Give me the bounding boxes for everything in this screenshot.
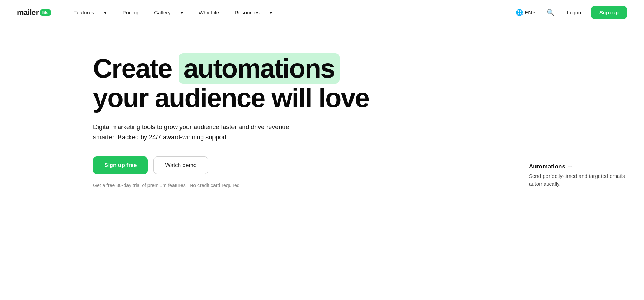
main-nav: mailer lite Features ▾ Pricing Gallery ▾ [0,0,644,25]
hero-subtext: Digital marketing tools to grow your aud… [93,122,297,142]
automations-card-title[interactable]: Automations → [529,163,627,170]
nav-label-gallery[interactable]: Gallery ▾ [145,4,192,21]
search-icon: 🔍 [547,9,554,16]
hero-section: Create automations your audience will lo… [0,25,644,209]
hero-buttons: Sign up free Watch demo [93,156,208,174]
logo-text: mailer [17,8,39,17]
language-selector[interactable]: 🌐 EN ▾ [512,6,539,19]
nav-item-gallery[interactable]: Gallery ▾ [145,4,192,21]
headline-highlight: automations [179,53,340,84]
login-button[interactable]: Log in [563,7,585,18]
signup-button[interactable]: Sign up [591,6,627,19]
hero-headline: Create automations your audience will lo… [93,53,369,112]
logo[interactable]: mailer lite [17,8,51,17]
nav-item-resources[interactable]: Resources ▾ [226,4,281,21]
chevron-icon-gallery: ▾ [176,7,188,19]
chevron-icon-features: ▾ [100,7,111,19]
headline-after: your audience will love [93,83,369,113]
nav-right: 🌐 EN ▾ 🔍 Log in Sign up [512,6,627,19]
nav-left: mailer lite Features ▾ Pricing Gallery ▾ [17,4,281,21]
headline-before: Create [93,53,172,83]
chevron-icon-resources: ▾ [265,7,277,19]
nav-label-whylite[interactable]: Why Lite [195,7,223,18]
globe-icon: 🌐 [515,9,523,16]
automations-card-description: Send perfectly-timed and targeted emails… [529,172,627,188]
watch-demo-button[interactable]: Watch demo [153,156,208,174]
lang-label: EN [525,9,532,15]
nav-links: Features ▾ Pricing Gallery ▾ Why Lite Re… [65,4,281,21]
automations-card: Automations → Send perfectly-timed and t… [529,163,627,188]
hero-note: Get a free 30-day trial of premium featu… [93,182,240,188]
nav-item-pricing[interactable]: Pricing [118,7,143,18]
hero-content: Create automations your audience will lo… [76,25,568,209]
logo-badge: lite [40,9,51,16]
nav-label-resources[interactable]: Resources ▾ [226,4,281,21]
nav-label-features[interactable]: Features ▾ [65,4,115,21]
nav-label-pricing[interactable]: Pricing [118,7,143,18]
nav-item-features[interactable]: Features ▾ [65,4,115,21]
signup-free-button[interactable]: Sign up free [93,156,148,174]
chevron-icon-lang: ▾ [533,11,535,14]
nav-item-whylite[interactable]: Why Lite [195,7,223,18]
search-button[interactable]: 🔍 [544,6,557,19]
